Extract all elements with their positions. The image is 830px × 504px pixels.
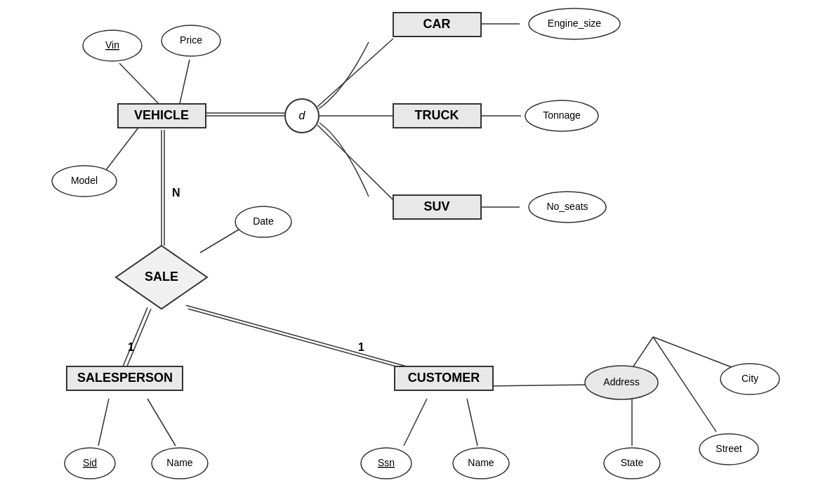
entity-salesperson-label: SALESPERSON [77,371,173,385]
cardinality-n: N [172,187,180,199]
attr-city-label: City [742,373,758,384]
cardinality-1-sp: 1 [128,341,134,353]
attr-model-label: Model [71,175,98,186]
attr-date-label: Date [253,215,274,227]
sale-salesperson-line2 [126,309,151,368]
entity-truck-label: TRUCK [415,108,459,122]
address-city-line [653,337,744,372]
attr-name-c-label: Name [468,457,494,468]
address-street-line [653,337,716,432]
attr-ssn-label: Ssn [378,457,395,468]
attr-price-label: Price [180,34,202,46]
attr-address-label: Address [603,376,639,387]
address-city-line-root [632,337,653,369]
relationship-sale-label: SALE [145,270,178,284]
attr-vin-label: Vin [105,39,119,51]
c-address-line [488,385,593,386]
entity-suv-label: SUV [423,199,449,213]
d-car-line [317,39,393,107]
entity-customer-label: CUSTOMER [408,371,480,385]
attr-tonnage-label: Tonnage [543,110,581,121]
attr-name-sp-label: Name [166,457,193,468]
entity-car-label: CAR [423,17,451,31]
c-ssn-line [404,399,427,446]
cardinality-1-c: 1 [358,341,364,353]
entity-vehicle-label: VEHICLE [134,108,189,122]
sp-sid-line [98,399,109,446]
c-name-line [467,399,477,446]
sp-name-line [147,399,176,446]
er-diagram: N 1 1 d VEHICLE CAR TRUCK SUV SALE SA [0,0,830,504]
sale-customer-line1 [186,305,414,369]
vehicle-price-line [179,60,190,107]
attr-state-label: State [621,457,644,468]
vehicle-model-line [104,125,140,173]
attr-sid-label: Sid [83,457,97,468]
attr-street-label: Street [716,443,742,454]
attr-engine-label: Engine_size [548,18,601,29]
attr-noseats-label: No_seats [546,201,588,212]
d-suv-line [317,125,393,200]
vehicle-vin-line [119,63,162,107]
discriminator-label: d [299,110,306,121]
sale-salesperson-line1 [123,307,147,366]
sale-customer-line2 [188,309,416,372]
